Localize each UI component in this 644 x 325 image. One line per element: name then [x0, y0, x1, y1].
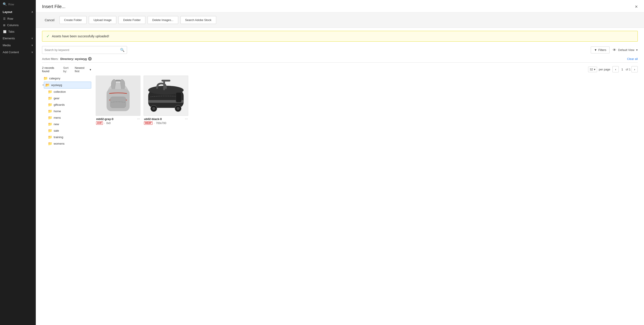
tree-item-collection[interactable]: 📁 collection	[46, 88, 91, 95]
prev-page-button[interactable]: ‹	[612, 66, 619, 72]
view-label: Default View	[618, 48, 634, 52]
per-page-select[interactable]: 32 ▾	[588, 67, 597, 72]
tree-item-label: womens	[54, 142, 64, 145]
sidebar-item-tabs[interactable]: ⬜ Tabs	[0, 28, 36, 35]
search-filter-row: 🔍 ▼ Filters 👁 Default View ▾	[36, 45, 644, 56]
modal-overlay: Insert File... × Cancel Create Folder Up…	[36, 0, 644, 325]
separator-dot: ·	[154, 122, 154, 125]
sidebar-section-layout[interactable]: Layout ∧	[0, 8, 36, 15]
folder-icon: 📁	[48, 116, 52, 120]
tree-item-new[interactable]: 📁 new	[46, 121, 91, 127]
folder-tree: 2 records found Sort by: Newest first ▾ …	[42, 66, 91, 321]
tree-item-label: giftcards	[54, 103, 64, 106]
tree-item-label: home	[54, 109, 61, 113]
main-area: < HTML Insert File... ×	[36, 0, 644, 325]
image-format-badge: WEBP	[144, 121, 152, 125]
search-box[interactable]: 🔍	[42, 46, 127, 54]
delete-images-button[interactable]: Delete Images...	[148, 16, 178, 24]
sidebar-item-row[interactable]: ☰ Row	[0, 15, 36, 22]
close-button[interactable]: ×	[635, 4, 638, 9]
clear-all-link[interactable]: Clear all	[627, 57, 638, 60]
sidebar-section-elements[interactable]: Elements ∨	[0, 35, 36, 42]
tree-item-category[interactable]: 📁 category	[42, 75, 91, 82]
image-card-mb02-gray[interactable]: mb02-gray-0 ··· AVIF · 0x0	[96, 75, 140, 125]
image-format-badge: AVIF	[96, 121, 103, 125]
image-meta: AVIF · 0x0	[96, 121, 140, 125]
next-page-button[interactable]: ›	[632, 66, 638, 72]
success-message: Assets have been successfully uploaded!	[52, 34, 109, 38]
chevron-up-icon: ∧	[31, 10, 33, 13]
sort-label: Sort by:	[63, 66, 72, 73]
tree-item-gear[interactable]: 📁 gear	[46, 95, 91, 101]
sidebar-search[interactable]: 🔍 Row	[0, 0, 36, 8]
image-name-row: mb02-gray-0 ···	[96, 117, 140, 121]
upload-image-button[interactable]: Upload Image	[89, 16, 116, 24]
success-icon: ✓	[46, 34, 50, 39]
tree-item-mens[interactable]: 📁 mens	[46, 114, 91, 121]
sidebar-section-add-content[interactable]: Add Content ∨	[0, 49, 36, 56]
modal-title: Insert File...	[42, 4, 65, 9]
filters-button[interactable]: ▼ Filters	[591, 46, 610, 53]
tree-item-training[interactable]: 📁 training	[46, 134, 91, 140]
tree-item-label: mens	[54, 116, 61, 119]
filter-remove-button[interactable]: ✕	[88, 57, 92, 60]
backpack-image	[96, 76, 140, 116]
search-icon: 🔍	[3, 2, 7, 6]
sort-select[interactable]: Newest first ▾	[75, 66, 91, 73]
image-meta: WEBP · 700x700	[144, 121, 188, 125]
tree-item-label: category	[49, 77, 60, 80]
filter-icon: ▼	[594, 48, 597, 52]
image-name: ub02-black-0	[144, 117, 162, 121]
content-body: 2 records found Sort by: Newest first ▾ …	[36, 64, 644, 325]
pagination-buttons: ‹ 1 of 1 ›	[612, 66, 638, 72]
folder-icon: 📁	[48, 96, 52, 100]
tree-item-sale[interactable]: 📁 sale	[46, 127, 91, 134]
cancel-button[interactable]: Cancel	[42, 16, 57, 24]
image-info: mb02-gray-0 ··· AVIF · 0x0	[96, 116, 140, 125]
image-name-row: ub02-black-0 ···	[144, 117, 188, 121]
image-options-button[interactable]: ···	[137, 117, 140, 121]
tree-item-wysiwyg[interactable]: 📂 wysiwyg	[44, 82, 91, 88]
folder-icon: 📁	[48, 128, 52, 133]
search-adobe-stock-button[interactable]: Search Adobe Stock	[180, 16, 216, 24]
image-dimensions: 700x700	[156, 122, 166, 125]
active-filters-row: Active filters: Directory: wysiwyg ✕ Cle…	[36, 56, 644, 62]
chevron-down-icon: ∨	[31, 37, 33, 40]
sidebar: 🔍 Row Layout ∧ ☰ Row ⊞ Columns ⬜ Tabs El…	[0, 0, 36, 325]
image-name: mb02-gray-0	[96, 117, 113, 121]
delete-folder-button[interactable]: Delete Folder	[118, 16, 145, 24]
search-icon: 🔍	[120, 48, 124, 52]
folder-icon: 📁	[48, 135, 52, 139]
search-input[interactable]	[44, 48, 118, 52]
image-card-ub02-black[interactable]: ub02-black-0 ··· WEBP · 700x700	[144, 75, 188, 125]
svg-rect-12	[163, 80, 165, 90]
sidebar-item-columns[interactable]: ⊞ Columns	[0, 22, 36, 28]
sort-value: Newest first	[75, 66, 89, 73]
sidebar-search-label: Row	[8, 3, 14, 6]
tree-item-womens[interactable]: 📁 womens	[46, 140, 91, 147]
of-pages: of 1	[626, 68, 630, 71]
sidebar-item-label: Row	[8, 17, 13, 20]
image-options-button[interactable]: ···	[185, 117, 188, 121]
svg-rect-4	[116, 80, 121, 82]
folder-icon: 📁	[48, 90, 52, 94]
active-filters-label: Active filters:	[42, 57, 58, 60]
per-page-label: per page	[599, 68, 610, 71]
image-thumbnail	[144, 75, 188, 116]
image-dimensions: 0x0	[106, 122, 110, 125]
folder-icon: 📁	[48, 122, 52, 126]
tree-children-wysiwyg: 📁 collection 📁 gear 📁 giftcards 📁	[42, 88, 91, 147]
create-folder-button[interactable]: Create Folder	[60, 16, 86, 24]
wysiwyg-chevron[interactable]: ▾	[42, 84, 44, 86]
folder-icon: 📁	[48, 141, 52, 146]
view-selector[interactable]: 👁 Default View ▾	[613, 48, 638, 52]
tree-item-giftcards[interactable]: 📁 giftcards	[46, 101, 91, 108]
row-icon: ☰	[3, 17, 6, 20]
tree-item-label: new	[54, 122, 59, 126]
records-row: 2 records found Sort by: Newest first ▾	[42, 66, 91, 73]
chevron-down-icon: ▾	[90, 68, 91, 71]
divider	[42, 62, 638, 63]
sidebar-section-media[interactable]: Media ∨	[0, 42, 36, 49]
tree-item-home[interactable]: 📁 home	[46, 108, 91, 114]
current-page: 1	[620, 68, 625, 71]
